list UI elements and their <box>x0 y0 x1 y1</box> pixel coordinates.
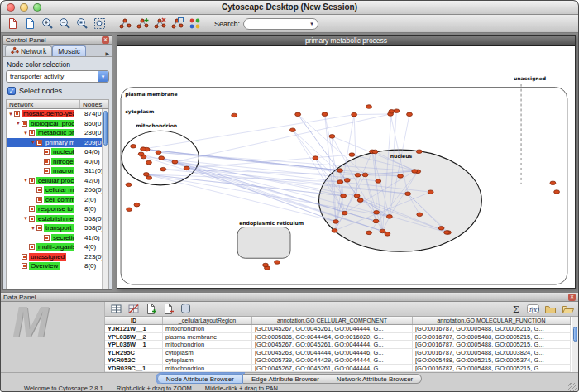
select-nodes-checkbox[interactable]: Select nodes <box>7 87 109 95</box>
table-row[interactable]: YLR295Ccytoplasm[GO:0045263, GO:0044444,… <box>105 349 571 357</box>
tree-item[interactable]: response to stimu...8(0) <box>7 204 102 214</box>
column-header[interactable]: _cellularLayoutRegion <box>163 317 252 324</box>
destroy-network-icon[interactable] <box>151 16 168 31</box>
table-scrollbar-thumb[interactable] <box>573 327 577 342</box>
column-header[interactable]: annotation.GO MOLECULAR_FUNCTION <box>413 317 571 324</box>
table-cell[interactable]: [GO:0016787, GO:0005488, GO:0005215, G..… <box>413 341 571 348</box>
unselect-attributes-icon[interactable] <box>125 302 141 317</box>
tree-header-network[interactable]: Network <box>7 100 80 108</box>
table-cell[interactable]: plasma membrane <box>163 333 252 341</box>
table-row[interactable]: YJR121W__1mitochondrion[GO:0045267, GO:0… <box>105 325 571 333</box>
table-cell[interactable]: YDR039C__1 <box>105 365 163 372</box>
table-row[interactable]: YPL036W__1mitochondrion[GO:0045267, GO:0… <box>105 341 571 349</box>
expand-arrow-icon[interactable] <box>31 140 36 145</box>
sum-icon[interactable]: Σ <box>507 302 524 317</box>
zoom-in-icon[interactable] <box>39 16 55 31</box>
new-network-from-selection-icon[interactable] <box>134 16 151 31</box>
table-cell[interactable]: cytoplasm <box>163 349 252 356</box>
table-cell[interactable]: cytoplasm <box>163 356 252 364</box>
select-attributes-icon[interactable] <box>108 302 124 317</box>
search-box[interactable] <box>243 18 318 30</box>
window-titlebar[interactable]: Cytoscape Desktop (New Session) <box>1 1 578 15</box>
vizmapper-icon[interactable] <box>186 16 203 31</box>
tab-node-attribute-browser[interactable]: Node Attribute Browser <box>157 374 243 384</box>
table-cell[interactable]: [GO:0005488, GO:0005215, GO:0005374, G..… <box>413 356 571 364</box>
chevron-down-icon[interactable] <box>98 71 108 82</box>
table-cell[interactable]: [GO:0005886, GO:0044464, GO:0016020, G..… <box>252 333 413 341</box>
tree-header-nodes[interactable]: Nodes <box>80 101 108 108</box>
table-cell[interactable]: YLR295C <box>105 349 163 356</box>
table-cell[interactable]: YPL036W__2 <box>105 333 163 341</box>
new-attribute-icon[interactable] <box>142 302 159 317</box>
column-header[interactable]: ID <box>105 317 163 324</box>
table-cell[interactable]: [GO:0016787, GO:0005488, GO:0005215, G..… <box>413 325 571 332</box>
tab-network[interactable]: Network <box>5 45 52 56</box>
tree-item[interactable]: unassigned223(0) <box>7 252 102 262</box>
tree-item[interactable]: metabolic process280(0) <box>7 128 102 138</box>
data-panel-close-icon[interactable] <box>568 294 576 301</box>
tree-item[interactable]: primary metabo...209(0) <box>7 138 102 148</box>
table-cell[interactable]: [GO:0016787, GO:0005488, GO:0005215, G..… <box>413 333 571 341</box>
table-row[interactable]: YPL036W__2plasma membrane[GO:0005886, GO… <box>105 333 571 342</box>
search-dropdown-arrow-icon[interactable] <box>308 21 316 27</box>
clear-attribute-icon[interactable] <box>177 302 194 317</box>
tree-item[interactable]: multi-organism pr...4(0) <box>7 242 102 252</box>
zoom-out-icon[interactable] <box>56 16 73 31</box>
tree-item[interactable]: Overview8(0) <box>7 261 102 271</box>
table-cell[interactable]: [GO:0016787, GO:0005488, GO:0005215, G..… <box>413 365 571 372</box>
zoom-fit-icon[interactable] <box>91 16 108 31</box>
table-row[interactable]: YKR052Ccytoplasm[GO:0005739, GO:0044429,… <box>105 356 571 365</box>
tab-overflow-icon[interactable] <box>103 50 112 56</box>
tree-item[interactable]: cellular process42(0) <box>7 176 102 186</box>
table-cell[interactable]: mitochondrion <box>163 341 252 348</box>
tab-edge-attribute-browser[interactable]: Edge Attribute Browser <box>243 374 328 384</box>
table-row[interactable]: YDR039C__1mitochondrion[GO:0045267, GO:0… <box>105 365 571 373</box>
zoom-selected-icon[interactable] <box>74 16 90 31</box>
tree-item[interactable]: secretion41(0) <box>7 233 102 243</box>
tree-item[interactable]: biological_process860(0) <box>7 119 102 129</box>
expand-arrow-icon[interactable] <box>23 131 29 136</box>
tree-scrollbar[interactable] <box>102 109 108 289</box>
open-session-icon[interactable] <box>22 16 38 31</box>
table-cell[interactable]: mitochondrion <box>163 365 252 372</box>
table-cell[interactable]: YKR052C <box>105 356 163 364</box>
delete-attribute-icon[interactable] <box>160 302 176 317</box>
expand-arrow-icon[interactable] <box>23 178 29 183</box>
table-scrollbar[interactable] <box>572 317 578 372</box>
control-panel-close-icon[interactable] <box>102 36 109 44</box>
tree-item[interactable]: cellular metabo...206(0) <box>7 185 102 195</box>
tree-item[interactable]: nitrogen compo...40(0) <box>7 157 102 167</box>
network-view-title[interactable]: primary metabolic process <box>117 36 575 46</box>
table-cell[interactable]: mitochondrion <box>163 325 252 332</box>
table-cell[interactable]: [GO:0045267, GO:0045261, GO:0044444, G..… <box>252 325 413 332</box>
tree-item[interactable]: transport558(0) <box>7 223 102 233</box>
table-cell[interactable]: YPL036W__1 <box>105 341 163 348</box>
checkbox-checked-icon[interactable] <box>7 87 16 95</box>
expand-arrow-icon[interactable] <box>8 112 14 117</box>
data-panel-titlebar[interactable]: Data Panel <box>1 293 578 302</box>
tree-item[interactable]: nucleobase-c...64(0) <box>7 147 102 157</box>
search-input[interactable] <box>248 19 308 28</box>
tab-network-attribute-browser[interactable]: Network Attribute Browser <box>328 374 422 384</box>
table-cell[interactable]: YJR121W__1 <box>105 325 163 332</box>
control-panel-titlebar[interactable]: Control Panel <box>3 36 112 45</box>
expand-arrow-icon[interactable] <box>31 226 36 231</box>
network-canvas[interactable]: plasma membranecytoplasmmitochondrionnuc… <box>117 46 575 288</box>
tab-mosaic[interactable]: Mosaic <box>52 45 86 56</box>
expand-arrow-icon[interactable] <box>23 216 29 221</box>
expand-arrow-icon[interactable] <box>16 121 22 126</box>
new-session-icon[interactable] <box>4 16 21 31</box>
node-color-select[interactable]: transporter activity <box>6 70 109 83</box>
resize-grip[interactable] <box>568 383 577 392</box>
tree-item[interactable]: cell communica...2(0) <box>7 195 102 205</box>
create-view-icon[interactable] <box>169 16 185 31</box>
tree-scrollbar-thumb[interactable] <box>103 111 108 146</box>
first-neighbors-icon[interactable] <box>117 16 133 31</box>
tree-item[interactable]: macromolecul...311(0) <box>7 166 102 176</box>
tree-item[interactable]: establishment of lo...558(0) <box>7 214 102 224</box>
column-header[interactable]: annotation.GO CELLULAR_COMPONENT <box>252 317 413 324</box>
table-cell[interactable]: [GO:0016787, GO:0005488, GO:0003824, G..… <box>413 349 571 356</box>
tree-item[interactable]: mosaic-demo-yeast874(0) <box>7 109 102 119</box>
export-attributes-icon[interactable] <box>559 302 576 317</box>
table-cell[interactable]: [GO:0045263, GO:0044444, GO:0044446, G..… <box>252 349 413 356</box>
